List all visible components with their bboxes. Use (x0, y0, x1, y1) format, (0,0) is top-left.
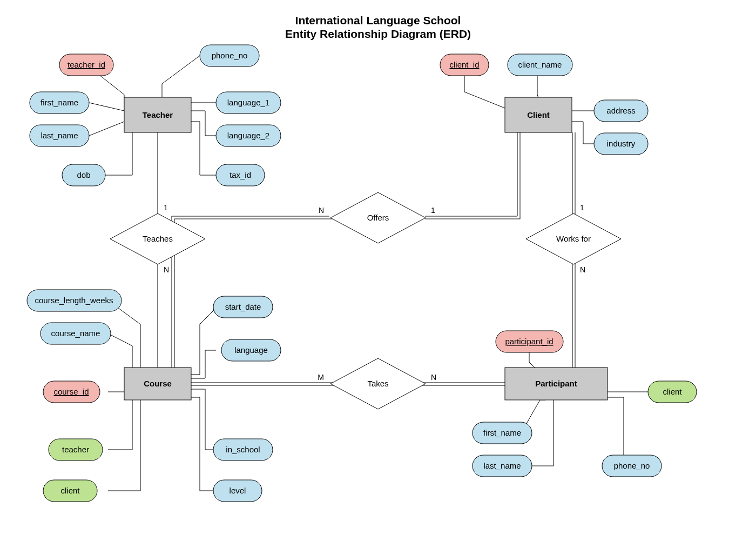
attr-client-industry: industry (594, 133, 648, 155)
attr-teacher-tax_id: tax_id (216, 164, 265, 186)
attr-teacher-first_name: first_name (30, 92, 89, 114)
card-teaches-bottom: N (164, 265, 169, 274)
card-worksfor-top: 1 (580, 203, 584, 212)
erd-canvas: International Language School Entity Rel… (0, 0, 756, 534)
card-offers-right: 1 (431, 206, 435, 215)
entity-participant: Participant (505, 368, 608, 400)
attr-course-level: level (213, 480, 262, 502)
svg-text:client_name: client_name (518, 60, 562, 69)
attr-participant-last_name: last_name (473, 455, 532, 477)
svg-text:Offers: Offers (367, 213, 389, 222)
relationship-offers: Offers (330, 192, 426, 243)
svg-text:client: client (663, 387, 682, 396)
relationship-teaches: Teaches (110, 213, 205, 264)
card-worksfor-bottom: N (580, 265, 585, 274)
attr-teacher-phone_no: phone_no (200, 45, 259, 66)
svg-text:first_name: first_name (483, 428, 521, 437)
svg-text:teacher: teacher (62, 445, 89, 454)
attr-client-client_name: client_name (508, 54, 572, 76)
diagram-title-line1: International Language School (295, 14, 461, 26)
attr-course-course_name: course_name (40, 323, 111, 344)
attr-course-in_school: in_school (213, 439, 273, 460)
entity-teacher: Teacher (124, 97, 191, 132)
attr-participant-client: client (648, 381, 697, 403)
svg-text:course_length_weeks: course_length_weeks (35, 296, 113, 305)
attr-course-language: language (221, 339, 281, 361)
svg-text:Takes: Takes (367, 379, 388, 388)
svg-text:language_2: language_2 (227, 131, 269, 140)
attr-course-teacher: teacher (49, 439, 103, 460)
svg-text:Client: Client (527, 110, 550, 119)
attr-participant-participant_id: participant_id (496, 331, 563, 352)
svg-text:first_name: first_name (40, 98, 78, 107)
svg-text:client_id: client_id (449, 60, 479, 69)
card-teaches-top: 1 (164, 203, 168, 212)
svg-text:phone_no: phone_no (614, 461, 650, 470)
diagram-title-line2: Entity Relationship Diagram (ERD) (285, 28, 471, 40)
svg-text:start_date: start_date (225, 302, 261, 311)
entity-course: Course (124, 368, 191, 400)
svg-text:language: language (234, 345, 268, 355)
attr-course-start_date: start_date (213, 296, 273, 318)
svg-text:level: level (230, 486, 246, 495)
svg-text:Works for: Works for (556, 234, 591, 243)
entity-client: Client (505, 97, 572, 132)
svg-text:in_school: in_school (226, 445, 260, 454)
attr-teacher-language_2: language_2 (216, 125, 281, 146)
svg-text:phone_no: phone_no (212, 51, 248, 60)
attr-course-course_length_weeks: course_length_weeks (27, 290, 122, 311)
svg-text:teacher_id: teacher_id (68, 60, 105, 69)
relationship-takes: Takes (330, 358, 426, 409)
attr-client-client_id: client_id (440, 54, 489, 76)
svg-text:Participant: Participant (535, 379, 577, 388)
svg-text:language_1: language_1 (227, 98, 269, 107)
svg-text:participant_id: participant_id (505, 337, 553, 346)
svg-text:dob: dob (77, 170, 90, 179)
attr-teacher-language_1: language_1 (216, 92, 281, 114)
svg-text:Teacher: Teacher (143, 110, 173, 119)
svg-text:industry: industry (607, 139, 636, 148)
svg-text:last_name: last_name (483, 461, 521, 470)
attr-participant-phone_no: phone_no (602, 455, 662, 477)
attr-course-client: client (43, 480, 97, 502)
svg-text:tax_id: tax_id (230, 170, 251, 179)
svg-text:Teaches: Teaches (143, 234, 173, 243)
svg-text:last_name: last_name (40, 131, 78, 140)
card-takes-right: N (431, 373, 436, 382)
svg-text:course_id: course_id (53, 387, 89, 396)
attr-client-address: address (594, 100, 648, 122)
svg-text:Course: Course (144, 379, 172, 388)
attr-teacher-last_name: last_name (30, 125, 89, 146)
card-takes-left: M (318, 373, 324, 382)
attr-course-course_id: course_id (43, 381, 100, 403)
svg-text:course_name: course_name (51, 329, 100, 338)
svg-text:client: client (60, 486, 80, 495)
attr-participant-first_name: first_name (473, 422, 532, 444)
svg-text:address: address (606, 106, 635, 115)
attr-teacher-dob: dob (62, 164, 105, 186)
relationship-worksfor: Works for (526, 213, 621, 264)
attr-teacher-teacher_id: teacher_id (59, 54, 113, 76)
card-offers-left: N (319, 206, 324, 215)
